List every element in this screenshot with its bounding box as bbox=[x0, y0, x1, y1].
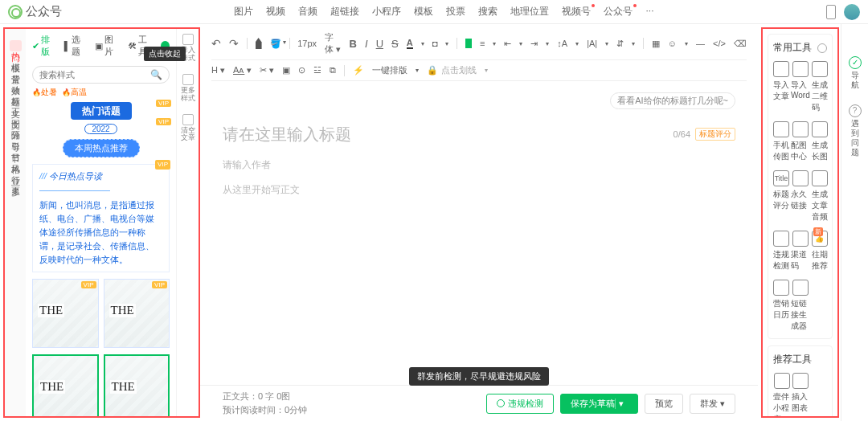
indent-left-icon[interactable]: ⇤ bbox=[504, 39, 511, 49]
anchor-icon[interactable]: ⊙ bbox=[298, 65, 305, 76]
spacing-icon[interactable]: ⇵ bbox=[616, 39, 624, 49]
style-thumb-1[interactable]: THEVIP bbox=[32, 279, 99, 348]
tool-生成文章音频[interactable]: 生成文章音频 bbox=[812, 170, 828, 223]
vtab-模板[interactable]: 模板 bbox=[10, 51, 22, 63]
text-style-icon[interactable]: Aᴀ ▾ bbox=[233, 65, 252, 76]
tool-往期推荐[interactable]: 👍往期推荐新 bbox=[812, 231, 828, 272]
vtab-风格[interactable]: 风格 bbox=[10, 153, 22, 164]
tool-壹伴小程序[interactable]: 壹伴小程序 bbox=[773, 373, 790, 418]
divider-icon[interactable]: — bbox=[696, 39, 705, 48]
settings-gear-icon[interactable] bbox=[817, 43, 827, 53]
vtab-行业[interactable]: 行业 bbox=[10, 164, 22, 175]
align-justify-active-icon[interactable] bbox=[465, 39, 472, 48]
tool-导入文章[interactable]: 导入文章 bbox=[773, 61, 789, 113]
insert-···[interactable]: ··· bbox=[645, 5, 653, 18]
left-util-清空文章[interactable]: 清空文章 bbox=[181, 114, 195, 143]
author-input[interactable]: 请输入作者 bbox=[223, 158, 735, 172]
strike-button[interactable]: S bbox=[391, 38, 399, 50]
font-family-select[interactable]: 字体 ▾ bbox=[325, 31, 342, 55]
text-color-button[interactable]: A bbox=[407, 38, 413, 49]
tool-手机传图[interactable]: 手机传图 bbox=[773, 121, 789, 162]
violation-check-button[interactable]: 违规检测 bbox=[486, 394, 554, 414]
style-thumb-3[interactable]: THE bbox=[32, 354, 99, 416]
letter-spacing-icon[interactable]: |A| bbox=[587, 39, 597, 48]
format-painter-icon[interactable] bbox=[256, 38, 262, 49]
bold-button[interactable]: B bbox=[350, 38, 357, 50]
insert-超链接[interactable]: 超链接 bbox=[330, 5, 359, 18]
insert-地理位置[interactable]: 地理位置 bbox=[510, 5, 549, 18]
trend-tag-高温[interactable]: 高温 bbox=[62, 87, 87, 98]
undo-button[interactable]: ↶ bbox=[211, 37, 221, 50]
align-left-icon[interactable]: ≡ bbox=[480, 39, 485, 48]
vtab-正文[interactable]: 正文 bbox=[10, 96, 22, 108]
fill-color-icon[interactable]: 🪣▾ bbox=[270, 39, 281, 49]
insert-搜索[interactable]: 搜索 bbox=[478, 5, 497, 18]
symbol-icon[interactable]: ▣ bbox=[282, 65, 290, 76]
vtab-引导[interactable]: 引导 bbox=[10, 130, 22, 141]
lock-underline[interactable]: 🔒 点击划线 bbox=[427, 64, 476, 76]
line-height-icon[interactable]: ↕A bbox=[557, 39, 567, 48]
insert-音频[interactable]: 音频 bbox=[298, 5, 317, 18]
vtab-节日[interactable]: 节日 bbox=[10, 141, 22, 153]
clear-format-icon[interactable]: ⌫ bbox=[734, 39, 747, 49]
insert-视频[interactable]: 视频 bbox=[266, 5, 285, 18]
vtab-分隔[interactable]: 分隔 bbox=[10, 119, 22, 130]
trend-tag-处暑[interactable]: 处暑 bbox=[32, 87, 57, 98]
style-search-input[interactable] bbox=[39, 70, 150, 80]
save-draft-button[interactable]: 保存为草稿▾ bbox=[560, 394, 638, 414]
title-input[interactable]: 请在这里输入标题 bbox=[223, 124, 735, 145]
search-icon[interactable]: 🔍 bbox=[150, 69, 162, 80]
vtab-热门[interactable]: 热门 bbox=[10, 40, 22, 51]
one-click-layout[interactable]: 一键排版 bbox=[372, 64, 407, 76]
indent-right-icon[interactable]: ⇥ bbox=[530, 39, 538, 49]
tool-营销日历[interactable]: 营销日历 bbox=[773, 280, 789, 332]
mobile-preview-icon[interactable] bbox=[826, 5, 836, 19]
tool-生成长图[interactable]: 生成长图 bbox=[812, 121, 828, 162]
tool-导入Word[interactable]: 导入Word bbox=[791, 61, 810, 113]
publish-button[interactable]: 群发 ▾ bbox=[690, 394, 735, 414]
tool-渠道码[interactable]: 渠道码 bbox=[791, 231, 810, 272]
left-tab-排版[interactable]: ✔ 排版 bbox=[32, 34, 56, 58]
flash-icon[interactable]: ⚡ bbox=[353, 65, 364, 76]
italic-button[interactable]: I bbox=[365, 38, 368, 50]
style-search[interactable]: 🔍 bbox=[32, 66, 170, 84]
vtab-标题[interactable]: 标题 bbox=[10, 85, 22, 96]
insert-视频号[interactable]: 视频号 bbox=[562, 5, 591, 18]
title-score-chip[interactable]: 标题评分 bbox=[695, 128, 735, 141]
tool-短链接生成器[interactable]: 短链接生成器 bbox=[791, 280, 810, 332]
heading-icon[interactable]: H ▾ bbox=[211, 65, 225, 76]
insert-投票[interactable]: 投票 bbox=[446, 5, 465, 18]
insert-公众号[interactable]: 公众号 bbox=[604, 5, 633, 18]
left-util-更多样式[interactable]: 更多样式 bbox=[181, 74, 195, 103]
style-thumb-2[interactable]: THEVIP bbox=[104, 279, 170, 348]
highlight-button[interactable]: ◘ bbox=[432, 39, 438, 48]
clear-icon[interactable]: ✂ ▾ bbox=[260, 65, 274, 76]
tool-生成二维码[interactable]: 生成二维码 bbox=[812, 61, 828, 113]
font-size-select[interactable]: 17px bbox=[297, 39, 317, 48]
emoji-icon[interactable]: ☺ bbox=[668, 39, 677, 48]
underline-button[interactable]: U bbox=[376, 38, 383, 50]
code-icon[interactable]: </> bbox=[713, 39, 726, 48]
hot-topic-banner[interactable]: 热门话题 bbox=[71, 102, 132, 120]
component-icon[interactable]: ☳ bbox=[313, 65, 321, 76]
tool-配图中心[interactable]: 配图中心 bbox=[791, 121, 810, 162]
vtab-我的[interactable]: 我的 bbox=[10, 29, 22, 40]
vtab-图文[interactable]: 图文 bbox=[10, 108, 22, 119]
redo-button[interactable]: ↷ bbox=[229, 37, 239, 50]
style-thumb-4[interactable]: THE bbox=[104, 354, 170, 416]
hot-intro-card[interactable]: VIP 今日热点导读 新闻，也叫消息，是指通过报纸、电台、广播、电视台等媒体途径… bbox=[32, 164, 170, 272]
insert-小程序[interactable]: 小程序 bbox=[372, 5, 401, 18]
left-tab-图片[interactable]: ▣ 图片 bbox=[95, 34, 120, 58]
tool-标题评分[interactable]: Title标题评分 bbox=[773, 170, 789, 223]
left-tab-选题[interactable]: ▌ 选题 bbox=[64, 34, 88, 58]
vtab-背景[interactable]: 背景 bbox=[10, 63, 22, 74]
vtab-动效[interactable]: 动效 bbox=[10, 74, 22, 85]
rail-遇到问题[interactable]: ?遇到问题 bbox=[849, 104, 862, 157]
body-input[interactable]: 从这里开始写正文 bbox=[223, 183, 735, 197]
vtab-更多[interactable]: 更多 bbox=[10, 175, 22, 186]
weekly-hot-banner[interactable]: 本周热点推荐 bbox=[63, 139, 140, 157]
tool-永久链接[interactable]: 永久链接 bbox=[791, 170, 810, 223]
insert-图片[interactable]: 图片 bbox=[234, 5, 253, 18]
rail-导航[interactable]: ✓导航 bbox=[849, 56, 862, 90]
ai-title-score-hint[interactable]: 看看AI给你的标题打几分呢~ bbox=[610, 92, 735, 109]
